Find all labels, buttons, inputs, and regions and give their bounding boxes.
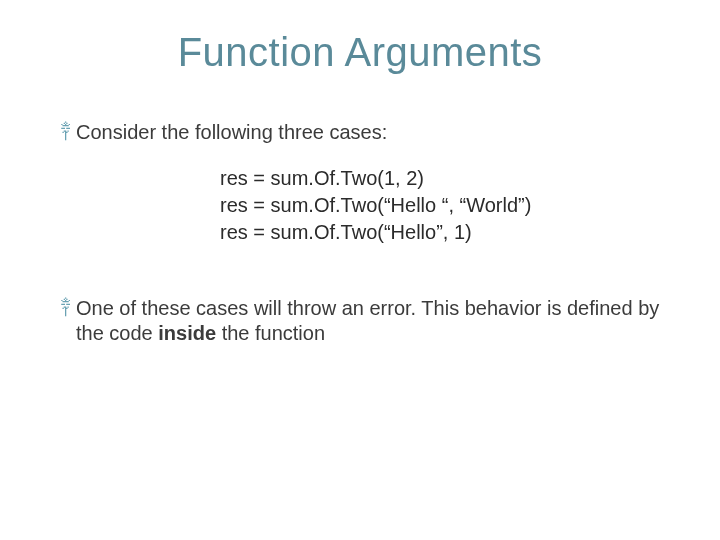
bullet-item: ༒ One of these cases will throw an error… [60,296,680,346]
slide: Function Arguments ༒ Consider the follow… [0,0,720,540]
bullet-glyph-icon: ༒ [60,120,70,145]
bullet-item: ༒ Consider the following three cases: [60,120,680,145]
code-block: res = sum.Of.Two(1, 2) res = sum.Of.Two(… [220,165,680,246]
bullet-text: Consider the following three cases: [76,120,680,145]
bullet-text-bold: inside [158,322,216,344]
code-line: res = sum.Of.Two(1, 2) [220,165,680,192]
code-line: res = sum.Of.Two(“Hello”, 1) [220,219,680,246]
bullet-text: One of these cases will throw an error. … [76,296,680,346]
slide-body: ༒ Consider the following three cases: re… [60,120,680,360]
bullet-text-post: the function [216,322,325,344]
slide-title: Function Arguments [0,30,720,75]
bullet-glyph-icon: ༒ [60,296,70,321]
code-line: res = sum.Of.Two(“Hello “, “World”) [220,192,680,219]
